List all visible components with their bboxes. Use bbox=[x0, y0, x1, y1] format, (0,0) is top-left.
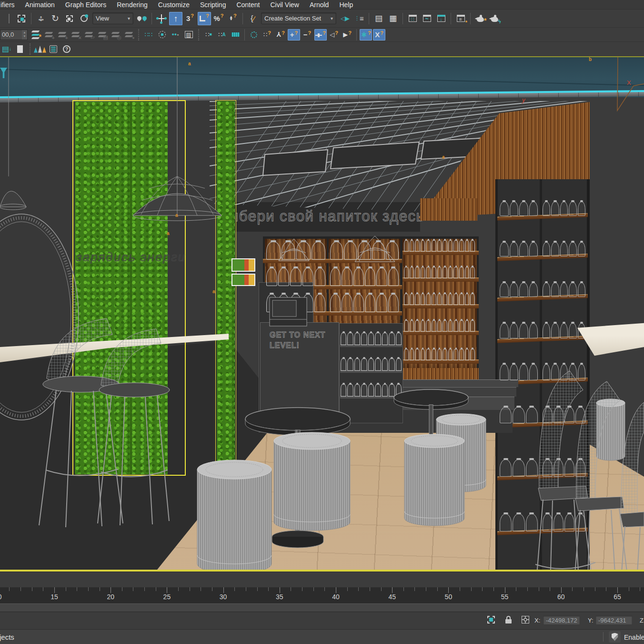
jar bbox=[404, 240, 409, 252]
jar bbox=[389, 384, 394, 397]
jar bbox=[302, 268, 313, 286]
notes-icon[interactable] bbox=[47, 43, 60, 55]
spinner-field[interactable]: 00,0▲▼ bbox=[0, 30, 28, 40]
select-region-icon[interactable] bbox=[15, 12, 28, 25]
absolute-mode-icon[interactable] bbox=[521, 615, 530, 624]
vegetation-icon[interactable] bbox=[34, 43, 46, 55]
snap-to-pivot-icon[interactable]: Y? bbox=[274, 29, 287, 41]
jar bbox=[529, 364, 538, 380]
create-new-layer-icon[interactable]: + bbox=[42, 29, 55, 41]
snap-to-midpoint-icon[interactable]: ? bbox=[314, 29, 327, 41]
toolbar-separator bbox=[369, 13, 369, 24]
snap-circle-icon[interactable] bbox=[248, 29, 260, 41]
jar bbox=[341, 358, 346, 371]
soft-selection-icon[interactable]: ●●● bbox=[169, 29, 181, 41]
select-objects-in-layer-icon[interactable]: ◎ bbox=[109, 29, 121, 41]
snap-to-endpoint-icon[interactable]: −? bbox=[301, 29, 313, 41]
array-icon[interactable]: ∷∷ bbox=[142, 29, 155, 41]
add-selection-to-layer-icon[interactable]: + bbox=[56, 29, 68, 41]
status-bar: X: -42498,172 Y: -9642,431 Z bbox=[0, 612, 644, 629]
layer-stack-icon[interactable]: ▤↓ bbox=[0, 43, 13, 55]
jar bbox=[437, 240, 442, 252]
reference-coordinate-dropdown[interactable]: View▾ bbox=[92, 12, 133, 24]
snap-grid-icon[interactable]: ∷■ bbox=[202, 29, 215, 41]
use-pivot-point-icon[interactable] bbox=[135, 12, 149, 25]
select-and-place-icon[interactable] bbox=[77, 12, 91, 25]
collapse-layers-icon[interactable]: ↘ bbox=[122, 29, 135, 41]
frame-tick bbox=[437, 587, 438, 591]
jar-shelf-row bbox=[499, 242, 538, 256]
select-and-rotate-icon[interactable]: ↻ bbox=[49, 12, 62, 25]
jar bbox=[543, 460, 553, 477]
jar bbox=[368, 333, 374, 345]
menu-customize[interactable]: Customize bbox=[153, 1, 195, 9]
help-icon[interactable]: ? bbox=[60, 43, 73, 55]
menu-graph-editors[interactable]: Graph Editors bbox=[60, 1, 111, 9]
spinner-arrows-icon[interactable]: ▲▼ bbox=[22, 30, 27, 40]
align-icon[interactable]: ⋮≡ bbox=[352, 12, 366, 25]
layer-explorer-icon[interactable]: ▦ bbox=[386, 12, 400, 25]
menu-animation[interactable]: Animation bbox=[20, 1, 60, 9]
selection-center-icon[interactable] bbox=[156, 29, 168, 41]
render-iterative-icon[interactable]: ϟ bbox=[488, 12, 501, 25]
snap-ruler-icon[interactable] bbox=[229, 29, 242, 41]
timeline-ruler[interactable]: 101520253035404550556065 bbox=[0, 587, 644, 603]
snap-to-normal-icon[interactable]: ◁? bbox=[328, 29, 340, 41]
jar bbox=[426, 267, 431, 278]
rendered-frame-window-icon[interactable]: ≡* bbox=[454, 12, 467, 25]
menu-rendering[interactable]: Rendering bbox=[111, 1, 153, 9]
frame-label: 45 bbox=[388, 593, 396, 601]
y-coordinate-field[interactable]: -9642,431 bbox=[595, 615, 633, 625]
menu-help[interactable]: Help bbox=[334, 1, 358, 9]
named-selection-set-dropdown[interactable]: Create Selection Set▾ bbox=[261, 12, 336, 24]
track-bar[interactable] bbox=[0, 603, 644, 612]
edit-named-selection-sets-icon[interactable]: {∕ bbox=[246, 12, 259, 25]
selection-lock-brackets-icon[interactable] bbox=[487, 615, 495, 624]
manage-layers-icon[interactable]: * bbox=[29, 29, 41, 41]
security-shield-button[interactable] bbox=[609, 631, 621, 643]
menu-content[interactable]: Content bbox=[231, 1, 265, 9]
copy-layer-icon[interactable]: ▱ bbox=[82, 29, 95, 41]
jar bbox=[426, 320, 431, 332]
paint-selection-icon[interactable]: ▨ bbox=[182, 29, 195, 41]
keyboard-shortcut-override-icon[interactable]: ↑ bbox=[169, 12, 182, 25]
lock-icon[interactable] bbox=[504, 615, 513, 624]
snap-disable-icon[interactable]: X? bbox=[373, 29, 385, 41]
jar bbox=[465, 267, 470, 278]
mirror-icon[interactable]: ◁▶ bbox=[338, 12, 352, 25]
snap-toggle-3d-icon[interactable]: 3? bbox=[183, 12, 197, 25]
render-setup-icon[interactable]: ↓ bbox=[434, 12, 448, 25]
selection-bracket bbox=[72, 100, 186, 476]
snap-grid-points-icon[interactable]: ∷? bbox=[261, 29, 273, 41]
jar bbox=[314, 294, 325, 312]
toolbar-overflow-icon[interactable] bbox=[0, 12, 14, 25]
snap-to-face-icon[interactable]: ▶? bbox=[341, 29, 353, 41]
render-production-icon[interactable]: * bbox=[473, 12, 487, 25]
delete-layer-icon[interactable]: × bbox=[69, 29, 81, 41]
select-and-manipulate-icon[interactable] bbox=[155, 12, 168, 25]
snap-to-vertex-icon[interactable]: +? bbox=[288, 29, 300, 41]
panel-icon[interactable] bbox=[14, 43, 26, 55]
perspective-viewport[interactable]: ыбери свой напиток здесь зарядись энерги bbox=[0, 56, 644, 572]
snap-auto-icon[interactable]: ∷A bbox=[216, 29, 228, 41]
jar bbox=[421, 294, 425, 305]
paste-layer-icon[interactable]: ▤ bbox=[96, 29, 108, 41]
menu-ifiers[interactable]: ifiers bbox=[0, 1, 20, 9]
jar bbox=[361, 384, 367, 397]
menu-civil-view[interactable]: Civil View bbox=[265, 1, 304, 9]
jar bbox=[410, 240, 414, 252]
jar bbox=[453, 294, 458, 305]
jar bbox=[560, 202, 568, 216]
spinner-snap-icon[interactable]: ▲▼? bbox=[226, 12, 240, 25]
select-and-scale-icon[interactable] bbox=[63, 12, 76, 25]
x-coordinate-field[interactable]: -42498,172 bbox=[543, 615, 580, 625]
snap-frozen-icon[interactable]: ∗? bbox=[360, 29, 372, 41]
menu-scripting[interactable]: Scripting bbox=[195, 1, 231, 9]
curve-editor-icon[interactable]: ~ bbox=[420, 12, 433, 25]
scene-explorer-icon[interactable]: ▤ bbox=[372, 12, 385, 25]
material-editor-icon[interactable]: ∷ bbox=[406, 12, 419, 25]
percent-snap-icon[interactable]: %? bbox=[212, 12, 225, 25]
menu-arnold[interactable]: Arnold bbox=[304, 1, 334, 9]
select-and-move-icon[interactable]: ↔↕ bbox=[34, 12, 48, 25]
angle-snap-icon[interactable]: ? bbox=[198, 12, 211, 25]
